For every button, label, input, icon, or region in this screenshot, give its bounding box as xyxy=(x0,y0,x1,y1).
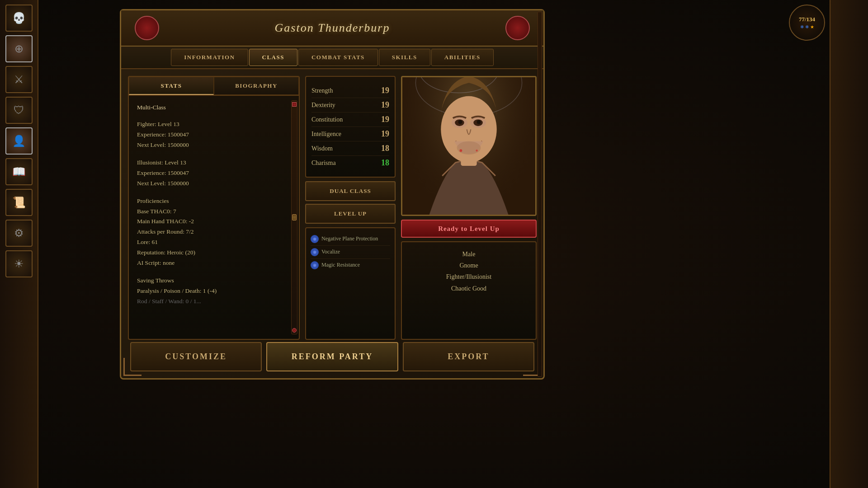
illusionist-exp: Experience: 1500047 xyxy=(137,168,283,178)
char-race: Gnome xyxy=(408,260,529,271)
class-label: Multi-Class xyxy=(137,103,283,113)
svg-point-10 xyxy=(458,120,462,124)
dual-class-button[interactable]: DUAL CLASS xyxy=(305,181,396,201)
attacks: Attacks per Round: 7/2 xyxy=(137,227,283,237)
innate-icon-1: ❄ xyxy=(311,235,319,243)
illusionist-info: Illusionist: Level 13 Experience: 150004… xyxy=(137,158,283,189)
fighter-info: Fighter: Level 13 Experience: 1500047 Ne… xyxy=(137,119,283,150)
intelligence-value: 19 xyxy=(376,129,389,139)
character-name: Gaston Thunderburp xyxy=(275,21,390,35)
content-area: STATS BIOGRAPHY Multi-Class Fighter: Lev… xyxy=(121,69,543,347)
char-class: Fighter/Illusionist xyxy=(408,271,529,282)
constitution-label: Constitution xyxy=(311,116,343,123)
reputation: Reputation: Heroic (20) xyxy=(137,248,283,258)
sidebar-btn-skull[interactable]: 💀 xyxy=(5,5,33,32)
main-window: Gaston Thunderburp INFORMATION CLASS COM… xyxy=(120,9,545,380)
sidebar-btn-portrait[interactable]: 👤 xyxy=(5,127,33,155)
scrollbar[interactable] xyxy=(291,100,297,334)
tab-abilities[interactable]: ABILITIES xyxy=(431,49,494,66)
proficiencies-section: Proficiencies Base THAC0: 7 Main Hand TH… xyxy=(137,196,283,269)
rod-staff-stat: Rod / Staff / Wand: 0 / 1... xyxy=(137,296,283,307)
portrait-frame xyxy=(401,76,537,216)
sidebar-btn-book[interactable]: 📖 xyxy=(5,158,33,185)
innate-text-2: Vocalize xyxy=(321,249,340,256)
fighter-level: Fighter: Level 13 xyxy=(137,119,283,130)
compass-icon: ⊕ xyxy=(14,42,24,55)
skull-icon: 💀 xyxy=(12,12,26,24)
portrait-icon: 👤 xyxy=(12,135,26,147)
fighter-next: Next Level: 1500000 xyxy=(137,140,283,150)
wisdom-value: 18 xyxy=(376,144,389,153)
tab-combat-stats[interactable]: COMBAT STATS xyxy=(298,49,378,66)
innate-abilities-panel: ❄ Negative Plane Protection ❄ Vocalize ❄… xyxy=(305,227,396,340)
action-buttons: DUAL CLASS LEVEL UP xyxy=(305,181,396,224)
svg-point-13 xyxy=(457,141,481,155)
reform-party-button[interactable]: REFORM PARTY xyxy=(266,342,398,371)
title-bar: Gaston Thunderburp xyxy=(121,10,543,47)
gear-icon: ⚙ xyxy=(14,227,24,239)
innate-item-3: ❄ Magic Resistance xyxy=(311,259,390,272)
tab-skills[interactable]: SKILLS xyxy=(379,49,430,66)
hp-value: 77/134 xyxy=(799,16,815,23)
sub-tab-stats[interactable]: STATS xyxy=(129,77,214,95)
tab-class[interactable]: CLASS xyxy=(249,49,297,66)
svg-point-11 xyxy=(477,120,481,124)
ability-dexterity: Dexterity 19 xyxy=(311,98,389,113)
customize-button[interactable]: CUSTOMIZE xyxy=(130,342,262,371)
char-alignment: Chaotic Good xyxy=(408,283,529,294)
tab-bar: INFORMATION CLASS COMBAT STATS SKILLS AB… xyxy=(121,47,543,69)
sidebar-btn-sword[interactable]: ⚔ xyxy=(5,66,33,93)
ability-wisdom: Wisdom 18 xyxy=(311,141,389,156)
book-icon: 📖 xyxy=(12,165,26,178)
right-sidebar xyxy=(830,0,868,488)
saving-throws-label: Saving Throws xyxy=(137,276,283,286)
proficiencies-label: Proficiencies xyxy=(137,196,283,206)
constitution-value: 19 xyxy=(376,115,389,124)
saving-throws-section: Saving Throws Paralysis / Poison / Death… xyxy=(137,276,283,307)
middle-panel: Strength 19 Dexterity 19 Constitution 19… xyxy=(305,76,396,340)
stats-content: Multi-Class Fighter: Level 13 Experience… xyxy=(129,96,299,339)
sidebar-btn-sun[interactable]: ☀ xyxy=(5,250,33,277)
ability-intelligence: Intelligence 19 xyxy=(311,127,389,141)
innate-text-3: Magic Resistance xyxy=(321,262,360,269)
left-panel: STATS BIOGRAPHY Multi-Class Fighter: Lev… xyxy=(128,76,300,340)
dexterity-label: Dexterity xyxy=(311,102,335,109)
innate-icon-3: ❄ xyxy=(311,261,319,269)
illusionist-level: Illusionist: Level 13 xyxy=(137,158,283,168)
shield-icon: 🛡 xyxy=(14,104,24,117)
intelligence-label: Intelligence xyxy=(311,131,341,138)
innate-item-1: ❄ Negative Plane Protection xyxy=(311,233,390,246)
scroll-top-btn[interactable] xyxy=(292,102,297,107)
illusionist-next: Next Level: 1500000 xyxy=(137,178,283,189)
ability-strength: Strength 19 xyxy=(311,84,389,98)
paralysis-stat: Paralysis / Poison / Death: 1 (-4) xyxy=(137,286,283,296)
sun-icon: ☀ xyxy=(14,258,24,270)
level-up-button[interactable]: LEVEL UP xyxy=(305,204,396,224)
character-info-box: Male Gnome Fighter/Illusionist Chaotic G… xyxy=(401,241,537,340)
ai-script: AI Script: none xyxy=(137,258,283,268)
tab-information[interactable]: INFORMATION xyxy=(171,49,248,66)
sidebar-btn-scroll[interactable]: 📜 xyxy=(5,189,33,216)
char-gender: Male xyxy=(408,249,529,260)
right-panel: Ready to Level Up Male Gnome Fighter/Ill… xyxy=(401,76,537,340)
sidebar-btn-gear[interactable]: ⚙ xyxy=(5,220,33,247)
bottom-bar: CUSTOMIZE REFORM PARTY EXPORT xyxy=(130,342,534,371)
wisdom-label: Wisdom xyxy=(311,145,333,152)
hp-hud: 77/134 ❄ ❄ ★ xyxy=(789,5,825,41)
sidebar-btn-shield[interactable]: 🛡 xyxy=(5,97,33,124)
sub-tab-biography[interactable]: BIOGRAPHY xyxy=(214,77,299,95)
svg-point-14 xyxy=(459,149,462,152)
main-hand-thac0: Main Hand THAC0: -2 xyxy=(137,216,283,227)
ability-scores: Strength 19 Dexterity 19 Constitution 19… xyxy=(305,76,396,178)
export-button[interactable]: EXPORT xyxy=(403,342,534,371)
sidebar-btn-compass[interactable]: ⊕ xyxy=(5,35,33,62)
left-sidebar: 💀 ⊕ ⚔ 🛡 👤 📖 📜 ⚙ ☀ xyxy=(0,0,38,488)
lore: Lore: 61 xyxy=(137,237,283,248)
scroll-bottom-btn[interactable] xyxy=(292,328,297,333)
portrait-image xyxy=(402,77,535,215)
ready-level-up-button[interactable]: Ready to Level Up xyxy=(401,220,537,238)
ability-constitution: Constitution 19 xyxy=(311,113,389,127)
dexterity-value: 19 xyxy=(376,100,389,110)
scroll-thumb[interactable] xyxy=(292,214,297,221)
scroll-icon: 📜 xyxy=(12,196,26,209)
